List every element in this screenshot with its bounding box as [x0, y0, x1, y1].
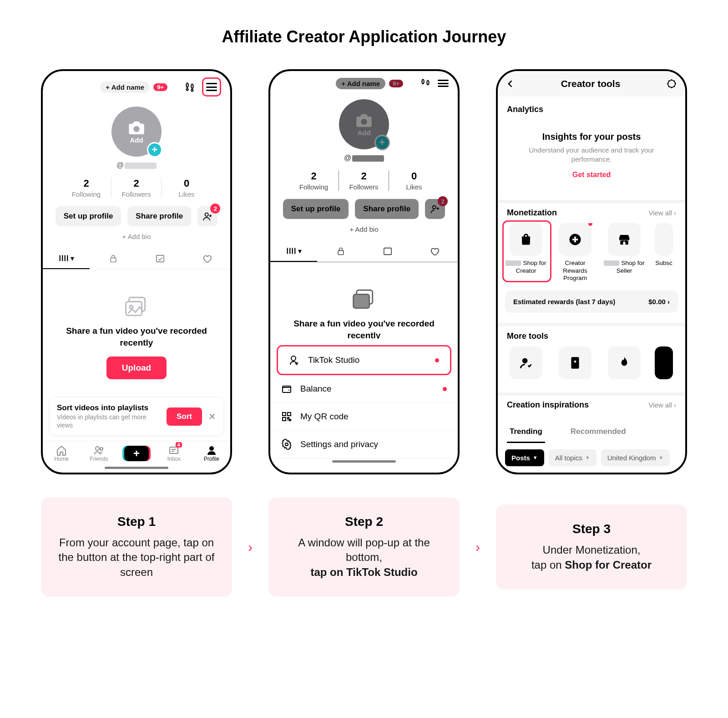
sheet-settings[interactable]: Settings and privacy [270, 431, 458, 458]
nav-inbox[interactable]: 4Inbox [155, 441, 192, 465]
reposts-tab[interactable] [136, 249, 183, 269]
subscription-card[interactable]: Subsc [652, 223, 675, 283]
close-icon[interactable]: ✕ [208, 411, 216, 422]
insights-card: Insights for your posts Understand your … [498, 122, 685, 190]
step-1-card: Step 1 From your account page, tap on th… [41, 497, 232, 597]
svg-rect-27 [571, 357, 579, 369]
svg-rect-21 [283, 418, 286, 421]
steps-row: Step 1 From your account page, tap on th… [41, 497, 687, 597]
footprint-icon [420, 77, 431, 89]
chevron-right-icon: › [248, 540, 253, 555]
empty-state: Share a fun video you've recorded recent… [43, 270, 230, 397]
step-2-card: Step 2 A window will pop-up at the botto… [268, 497, 460, 597]
add-name-button[interactable]: + Add name [100, 81, 150, 93]
estimated-rewards-row[interactable]: Estimated rewards (last 7 days) $0.00 › [505, 290, 678, 313]
svg-rect-20 [288, 412, 291, 416]
settings-icon[interactable] [666, 78, 677, 89]
svg-point-22 [285, 443, 288, 446]
step-3-card: Step 3 Under Monetization,tap on Shop fo… [496, 504, 687, 590]
gear-icon [281, 439, 292, 450]
menu-button[interactable] [202, 77, 221, 97]
fire-icon [618, 356, 630, 370]
add-name-button: + Add name [336, 78, 385, 89]
svg-point-10 [209, 446, 214, 451]
analytics-heading: Analytics [507, 105, 676, 114]
svg-point-26 [522, 358, 528, 363]
recommended-tab[interactable]: Recommended [568, 422, 629, 443]
phone-step3: Creator tools Analytics Insights for you… [496, 69, 687, 474]
followers-stat[interactable]: 2Followers [111, 178, 162, 198]
academy-card[interactable]: Creator Academy [554, 346, 596, 383]
nav-friends[interactable]: Friends [80, 441, 117, 465]
playlist-prompt: Sort videos into playlists Videos in pla… [49, 397, 224, 436]
svg-rect-3 [156, 255, 163, 262]
share-profile-button[interactable]: Share profile [127, 206, 191, 226]
more-tools-heading: More tools [507, 331, 548, 341]
chevron-right-icon: › [475, 540, 480, 555]
likes-stat[interactable]: 0Likes [162, 178, 212, 198]
bottom-nav: Home Friends + 4Inbox Profile [43, 441, 230, 465]
studio-icon [289, 355, 300, 366]
sheet-qr[interactable]: My QR code [270, 403, 458, 431]
private-tab[interactable] [90, 249, 136, 269]
nav-home[interactable]: Home [43, 441, 80, 465]
creator-tools-header: Creator tools [498, 71, 685, 97]
sheet-balance[interactable]: Balance [270, 375, 458, 403]
avatar-label: Add [130, 136, 143, 144]
store-icon [617, 233, 631, 246]
view-all-link[interactable]: View all › [648, 401, 676, 409]
sheet-studio[interactable]: TikTok Studio [278, 346, 450, 374]
trending-tab[interactable]: Trending [507, 422, 545, 443]
svg-rect-9 [170, 447, 178, 453]
svg-rect-16 [354, 295, 369, 308]
back-icon[interactable] [506, 79, 515, 88]
home-indicator [105, 467, 168, 469]
inspirations-heading: Creation inspirations [507, 400, 589, 410]
add-bio-button[interactable]: + Add bio [43, 233, 230, 240]
svg-rect-24 [522, 237, 530, 244]
footprint-icon[interactable] [184, 81, 196, 93]
country-chip[interactable]: United Kingdom ▼ [601, 449, 670, 466]
svg-point-11 [361, 118, 367, 124]
posts-chip[interactable]: Posts ▼ [505, 449, 544, 466]
view-all-link[interactable]: View all › [648, 209, 676, 217]
nav-profile[interactable]: Profile [193, 441, 230, 465]
monetization-heading: Monetization [507, 208, 557, 218]
account-check-card[interactable]: Account check [505, 346, 547, 383]
svg-point-0 [133, 126, 139, 132]
following-stat[interactable]: 2Following [61, 178, 111, 198]
svg-point-7 [96, 447, 99, 450]
add-card[interactable]: Add [652, 346, 675, 383]
page-title: Affiliate Creator Application Journey [41, 27, 687, 46]
playlist-sub: Videos in playlists can get more views [57, 413, 160, 429]
topics-chip[interactable]: All topics ▼ [549, 449, 597, 466]
liked-tab[interactable] [183, 249, 230, 269]
setup-profile-button[interactable]: Set up profile [56, 206, 121, 226]
svg-point-12 [433, 206, 436, 209]
hamburger-icon [438, 80, 449, 87]
upload-button[interactable]: Upload [106, 356, 167, 379]
get-started-link[interactable]: Get started [572, 171, 611, 179]
avatar-plus-icon[interactable]: + [147, 142, 162, 158]
rewards-card[interactable]: Creator Rewards Program [554, 223, 596, 283]
monetization-cards: Shop for Creator Creator Rewards Program… [498, 223, 685, 283]
profile-top-bar: + Add name 9+ [43, 71, 230, 103]
sort-button[interactable]: Sort [167, 407, 202, 426]
avatar[interactable]: Add + [111, 107, 162, 157]
shop-creator-card[interactable]: Shop for Creator [505, 223, 547, 283]
hamburger-icon [206, 83, 217, 91]
svg-point-17 [291, 356, 296, 361]
avatar: Add + [339, 99, 389, 149]
playlist-title: Sort videos into playlists [57, 403, 160, 412]
profile-tabs: ▾ [43, 249, 230, 270]
bottom-sheet: TikTok Studio Balance My QR code Setting… [270, 339, 458, 473]
add-friends-button[interactable]: 2 [197, 206, 217, 226]
academy-icon [569, 356, 581, 370]
promote-card[interactable]: Promote [603, 346, 645, 383]
phone-step2: + Add name 9+ Add + @ 2Following 2Follow… [268, 69, 460, 474]
rewards-icon [568, 233, 582, 246]
svg-rect-19 [283, 412, 286, 416]
feed-tab[interactable]: ▾ [43, 249, 90, 269]
shop-seller-card[interactable]: Shop for Seller [603, 223, 645, 283]
nav-create[interactable]: + [118, 441, 155, 465]
